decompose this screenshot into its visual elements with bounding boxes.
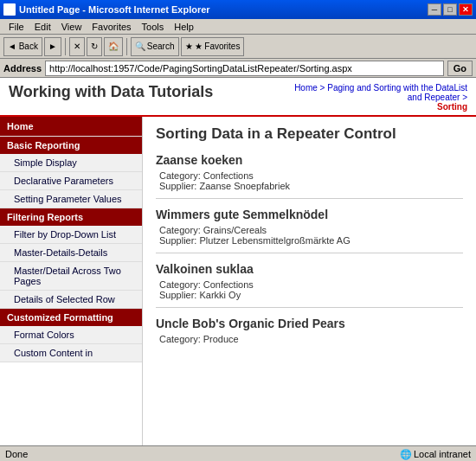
sidebar-section-customized-formatting: Customized Formatting xyxy=(0,309,142,326)
product-supplier-1: Supplier: Plutzer Lebensmittelgroßmärkte… xyxy=(159,235,463,246)
main-content: Sorting Data in a Repeater Control Zaans… xyxy=(143,117,476,445)
body-area: Home Basic Reporting Simple Display Decl… xyxy=(0,117,476,445)
sidebar-subitem-setting-parameter-values[interactable]: Setting Parameter Values xyxy=(0,190,142,208)
product-item-3: Uncle Bob's Organic Dried Pears Category… xyxy=(156,317,463,344)
breadcrumb-parent[interactable]: Paging and Sorting with the DataList and… xyxy=(327,83,467,102)
breadcrumb: Home > Paging and Sorting with the DataL… xyxy=(294,83,467,112)
address-label: Address xyxy=(3,63,42,74)
page-content: Working with Data Tutorials Home > Pagin… xyxy=(0,78,476,445)
menu-file[interactable]: File xyxy=(3,22,29,32)
status-bar: Done 🌐 Local intranet xyxy=(0,445,476,461)
sidebar-item-home[interactable]: Home xyxy=(0,117,142,137)
page-header: Working with Data Tutorials Home > Pagin… xyxy=(0,78,476,117)
product-category-3: Category: Produce xyxy=(159,334,463,344)
toolbar-separator xyxy=(65,38,66,55)
product-supplier-2: Supplier: Karkki Oy xyxy=(159,290,463,300)
sidebar-section-basic-reporting: Basic Reporting xyxy=(0,137,142,154)
product-supplier-0: Supplier: Zaanse Snoepfabriek xyxy=(159,181,463,191)
product-category-0: Category: Confections xyxy=(159,170,463,181)
refresh-button[interactable]: ↻ xyxy=(87,37,102,56)
menu-edit[interactable]: Edit xyxy=(29,22,56,32)
sidebar-subitem-simple-display[interactable]: Simple Display xyxy=(0,154,142,172)
divider-0 xyxy=(156,198,463,199)
toolbar-separator-2 xyxy=(126,38,127,55)
product-category-1: Category: Grains/Cereals xyxy=(159,225,463,235)
sidebar-subitem-format-colors[interactable]: Format Colors xyxy=(0,326,142,344)
go-button[interactable]: Go xyxy=(447,61,473,76)
menu-bar: File Edit View Favorites Tools Help xyxy=(0,19,476,35)
breadcrumb-current: Sorting xyxy=(437,102,467,112)
back-button[interactable]: ◄ Back xyxy=(3,37,42,56)
product-name-1: Wimmers gute Semmelknödel xyxy=(156,208,463,221)
sidebar-subitem-master-detail-two-pages[interactable]: Master/Detail Across Two Pages xyxy=(0,262,142,291)
search-button[interactable]: 🔍 Search xyxy=(131,37,179,56)
address-bar: Address Go xyxy=(0,59,476,78)
sidebar-subitem-master-details[interactable]: Master-Details-Details xyxy=(0,244,142,262)
minimize-button[interactable]: ─ xyxy=(428,3,441,16)
close-button[interactable]: ✕ xyxy=(459,3,473,16)
sidebar-subitem-custom-content[interactable]: Custom Content in xyxy=(0,344,142,362)
toolbar: ◄ Back ► ✕ ↻ 🏠 🔍 Search ★ ★ Favorites xyxy=(0,35,476,59)
menu-favorites[interactable]: Favorites xyxy=(87,22,136,32)
forward-button[interactable]: ► xyxy=(44,37,61,56)
favorites-button[interactable]: ★ ★ Favorites xyxy=(181,37,245,56)
address-input[interactable] xyxy=(45,61,444,76)
menu-tools[interactable]: Tools xyxy=(137,22,170,32)
window-title: Untitled Page - Microsoft Internet Explo… xyxy=(19,4,428,15)
title-bar: Untitled Page - Microsoft Internet Explo… xyxy=(0,0,476,19)
menu-view[interactable]: View xyxy=(56,22,87,32)
status-text: Done xyxy=(5,449,28,459)
sidebar-subitem-filter-dropdown[interactable]: Filter by Drop-Down List xyxy=(0,226,142,244)
sidebar: Home Basic Reporting Simple Display Decl… xyxy=(0,117,143,445)
product-name-0: Zaanse koeken xyxy=(156,153,463,167)
maximize-button[interactable]: □ xyxy=(443,3,457,16)
window-icon xyxy=(3,3,16,16)
product-item-0: Zaanse koeken Category: Confections Supp… xyxy=(156,153,463,191)
product-category-2: Category: Confections xyxy=(159,279,463,290)
page-title: Sorting Data in a Repeater Control xyxy=(156,125,463,143)
product-name-3: Uncle Bob's Organic Dried Pears xyxy=(156,317,463,330)
product-item-1: Wimmers gute Semmelknödel Category: Grai… xyxy=(156,208,463,246)
menu-help[interactable]: Help xyxy=(169,22,199,32)
sidebar-subitem-declarative-parameters[interactable]: Declarative Parameters xyxy=(0,172,142,190)
divider-1 xyxy=(156,253,463,253)
breadcrumb-home[interactable]: Home xyxy=(294,83,318,93)
zone-label: Local intranet xyxy=(414,449,471,459)
stop-button[interactable]: ✕ xyxy=(69,37,85,56)
site-title: Working with Data Tutorials xyxy=(9,83,213,101)
product-name-2: Valkoinen suklaa xyxy=(156,262,463,276)
product-item-2: Valkoinen suklaa Category: Confections S… xyxy=(156,262,463,300)
sidebar-subitem-details-selected-row[interactable]: Details of Selected Row xyxy=(0,291,142,309)
status-right: 🌐 Local intranet xyxy=(400,449,471,459)
sidebar-section-filtering-reports: Filtering Reports xyxy=(0,208,142,226)
divider-2 xyxy=(156,307,463,308)
lock-icon: 🌐 xyxy=(400,449,410,459)
home-button[interactable]: 🏠 xyxy=(104,37,123,56)
